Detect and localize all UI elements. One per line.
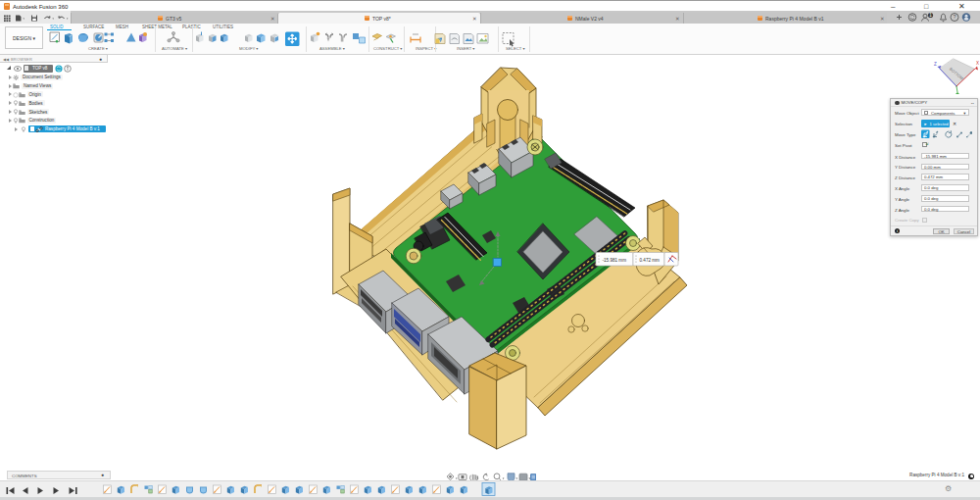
svg-text:-15.981 mm: -15.981 mm xyxy=(603,258,627,263)
svg-text:Z: Z xyxy=(934,62,937,67)
svg-text:0.472 mm: 0.472 mm xyxy=(640,258,661,263)
svg-text:X: X xyxy=(976,61,979,66)
svg-text:?: ? xyxy=(953,14,956,20)
